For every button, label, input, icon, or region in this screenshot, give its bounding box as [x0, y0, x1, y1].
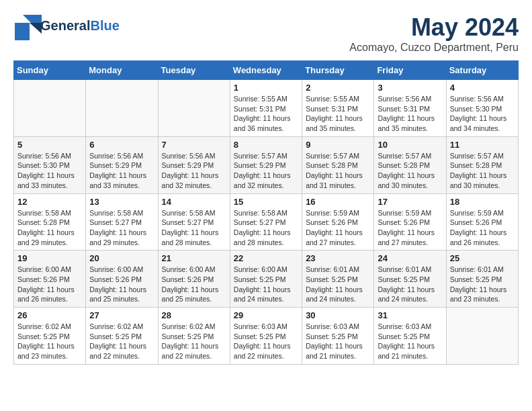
day-number: 8 — [234, 140, 298, 150]
day-cell: 2Sunrise: 5:55 AM Sunset: 5:31 PM Daylig… — [302, 80, 374, 137]
day-cell: 17Sunrise: 5:59 AM Sunset: 5:26 PM Dayli… — [374, 193, 446, 250]
day-number: 15 — [234, 197, 298, 207]
day-number: 30 — [306, 310, 370, 320]
svg-rect-0 — [15, 23, 30, 40]
day-cell: 7Sunrise: 5:56 AM Sunset: 5:29 PM Daylig… — [158, 136, 230, 193]
day-cell: 29Sunrise: 6:03 AM Sunset: 5:25 PM Dayli… — [230, 308, 302, 365]
day-cell: 25Sunrise: 6:01 AM Sunset: 5:25 PM Dayli… — [446, 250, 518, 308]
day-cell: 3Sunrise: 5:56 AM Sunset: 5:31 PM Daylig… — [374, 80, 446, 137]
day-cell: 9Sunrise: 5:57 AM Sunset: 5:28 PM Daylig… — [302, 136, 374, 193]
day-number: 20 — [89, 253, 154, 263]
day-cell: 11Sunrise: 5:57 AM Sunset: 5:28 PM Dayli… — [446, 136, 518, 193]
day-cell: 18Sunrise: 5:59 AM Sunset: 5:26 PM Dayli… — [446, 193, 518, 250]
main-title: May 2024 — [349, 13, 519, 42]
week-row-5: 26Sunrise: 6:02 AM Sunset: 5:25 PM Dayli… — [14, 308, 519, 365]
day-header-sunday: Sunday — [14, 61, 86, 80]
day-cell: 23Sunrise: 6:01 AM Sunset: 5:25 PM Dayli… — [302, 250, 374, 308]
day-number: 14 — [162, 197, 226, 207]
day-cell: 6Sunrise: 5:56 AM Sunset: 5:29 PM Daylig… — [86, 136, 158, 193]
day-cell: 16Sunrise: 5:59 AM Sunset: 5:26 PM Dayli… — [302, 193, 374, 250]
calendar-table: SundayMondayTuesdayWednesdayThursdayFrid… — [13, 60, 519, 365]
day-cell: 27Sunrise: 6:02 AM Sunset: 5:25 PM Dayli… — [86, 308, 158, 365]
day-cell — [86, 80, 158, 137]
day-info: Sunrise: 5:59 AM Sunset: 5:26 PM Dayligh… — [378, 208, 442, 248]
day-info: Sunrise: 5:56 AM Sunset: 5:29 PM Dayligh… — [89, 151, 154, 191]
title-block: May 2024 Acomayo, Cuzco Department, Peru — [349, 13, 519, 54]
day-number: 28 — [162, 310, 226, 320]
day-cell: 30Sunrise: 6:03 AM Sunset: 5:25 PM Dayli… — [302, 308, 374, 365]
day-info: Sunrise: 5:57 AM Sunset: 5:29 PM Dayligh… — [234, 151, 298, 191]
day-cell: 10Sunrise: 5:57 AM Sunset: 5:28 PM Dayli… — [374, 136, 446, 193]
day-info: Sunrise: 5:56 AM Sunset: 5:30 PM Dayligh… — [17, 151, 82, 191]
day-number: 12 — [17, 197, 82, 207]
day-header-monday: Monday — [86, 61, 158, 80]
day-cell: 31Sunrise: 6:03 AM Sunset: 5:25 PM Dayli… — [374, 308, 446, 365]
day-info: Sunrise: 6:03 AM Sunset: 5:25 PM Dayligh… — [306, 322, 370, 361]
day-info: Sunrise: 5:58 AM Sunset: 5:27 PM Dayligh… — [89, 208, 154, 248]
page-header: GeneralBlue May 2024 Acomayo, Cuzco Depa… — [13, 13, 519, 54]
day-info: Sunrise: 6:01 AM Sunset: 5:25 PM Dayligh… — [450, 265, 515, 304]
day-info: Sunrise: 5:56 AM Sunset: 5:30 PM Dayligh… — [450, 94, 515, 134]
day-info: Sunrise: 5:57 AM Sunset: 5:28 PM Dayligh… — [450, 151, 515, 191]
day-info: Sunrise: 5:57 AM Sunset: 5:28 PM Dayligh… — [306, 151, 370, 191]
day-number: 5 — [17, 140, 82, 150]
day-cell: 20Sunrise: 6:00 AM Sunset: 5:26 PM Dayli… — [86, 250, 158, 308]
day-info: Sunrise: 6:00 AM Sunset: 5:26 PM Dayligh… — [17, 265, 82, 304]
day-number: 18 — [450, 197, 515, 207]
day-info: Sunrise: 5:59 AM Sunset: 5:26 PM Dayligh… — [450, 208, 515, 248]
day-number: 3 — [378, 83, 442, 93]
day-cell — [14, 80, 86, 137]
week-row-2: 5Sunrise: 5:56 AM Sunset: 5:30 PM Daylig… — [14, 136, 519, 193]
day-number: 6 — [89, 140, 154, 150]
day-cell: 15Sunrise: 5:58 AM Sunset: 5:27 PM Dayli… — [230, 193, 302, 250]
day-cell: 1Sunrise: 5:55 AM Sunset: 5:31 PM Daylig… — [230, 80, 302, 137]
day-info: Sunrise: 5:58 AM Sunset: 5:27 PM Dayligh… — [162, 208, 226, 248]
day-number: 27 — [89, 310, 154, 320]
day-number: 26 — [17, 310, 82, 320]
day-header-saturday: Saturday — [446, 61, 518, 80]
day-number: 24 — [378, 253, 442, 263]
day-number: 23 — [306, 253, 370, 263]
week-row-1: 1Sunrise: 5:55 AM Sunset: 5:31 PM Daylig… — [14, 80, 519, 137]
day-number: 19 — [17, 253, 82, 263]
day-number: 25 — [450, 253, 515, 263]
day-info: Sunrise: 5:55 AM Sunset: 5:31 PM Dayligh… — [234, 94, 298, 134]
day-info: Sunrise: 5:59 AM Sunset: 5:26 PM Dayligh… — [306, 208, 370, 248]
day-info: Sunrise: 5:58 AM Sunset: 5:27 PM Dayligh… — [234, 208, 298, 248]
day-info: Sunrise: 6:01 AM Sunset: 5:25 PM Dayligh… — [306, 265, 370, 304]
day-info: Sunrise: 6:02 AM Sunset: 5:25 PM Dayligh… — [17, 322, 82, 361]
day-number: 13 — [89, 197, 154, 207]
day-info: Sunrise: 5:58 AM Sunset: 5:28 PM Dayligh… — [17, 208, 82, 248]
day-number: 11 — [450, 140, 515, 150]
day-info: Sunrise: 6:00 AM Sunset: 5:25 PM Dayligh… — [234, 265, 298, 304]
day-cell: 19Sunrise: 6:00 AM Sunset: 5:26 PM Dayli… — [14, 250, 86, 308]
day-cell: 13Sunrise: 5:58 AM Sunset: 5:27 PM Dayli… — [86, 193, 158, 250]
day-number: 31 — [378, 310, 442, 320]
day-cell: 4Sunrise: 5:56 AM Sunset: 5:30 PM Daylig… — [446, 80, 518, 137]
day-info: Sunrise: 5:56 AM Sunset: 5:29 PM Dayligh… — [162, 151, 226, 191]
week-row-3: 12Sunrise: 5:58 AM Sunset: 5:28 PM Dayli… — [14, 193, 519, 250]
day-number: 21 — [162, 253, 226, 263]
day-info: Sunrise: 6:00 AM Sunset: 5:26 PM Dayligh… — [162, 265, 226, 304]
day-cell: 14Sunrise: 5:58 AM Sunset: 5:27 PM Dayli… — [158, 193, 230, 250]
day-number: 16 — [306, 197, 370, 207]
day-number: 2 — [306, 83, 370, 93]
day-cell — [446, 308, 518, 365]
day-cell: 24Sunrise: 6:01 AM Sunset: 5:25 PM Dayli… — [374, 250, 446, 308]
day-info: Sunrise: 5:56 AM Sunset: 5:31 PM Dayligh… — [378, 94, 442, 134]
day-cell: 21Sunrise: 6:00 AM Sunset: 5:26 PM Dayli… — [158, 250, 230, 308]
day-number: 4 — [450, 83, 515, 93]
day-cell: 5Sunrise: 5:56 AM Sunset: 5:30 PM Daylig… — [14, 136, 86, 193]
day-header-wednesday: Wednesday — [230, 61, 302, 80]
day-cell: 26Sunrise: 6:02 AM Sunset: 5:25 PM Dayli… — [14, 308, 86, 365]
day-number: 17 — [378, 197, 442, 207]
header-row: SundayMondayTuesdayWednesdayThursdayFrid… — [14, 61, 519, 80]
day-cell: 12Sunrise: 5:58 AM Sunset: 5:28 PM Dayli… — [14, 193, 86, 250]
day-info: Sunrise: 6:02 AM Sunset: 5:25 PM Dayligh… — [162, 322, 226, 361]
day-number: 22 — [234, 253, 298, 263]
day-number: 9 — [306, 140, 370, 150]
day-cell: 8Sunrise: 5:57 AM Sunset: 5:29 PM Daylig… — [230, 136, 302, 193]
day-cell: 22Sunrise: 6:00 AM Sunset: 5:25 PM Dayli… — [230, 250, 302, 308]
day-cell: 28Sunrise: 6:02 AM Sunset: 5:25 PM Dayli… — [158, 308, 230, 365]
logo-icon — [13, 13, 38, 38]
